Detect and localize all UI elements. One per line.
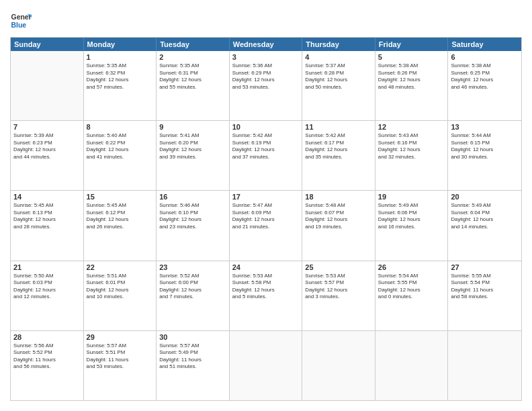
day-number: 2 xyxy=(159,53,226,61)
day-info: Sunrise: 5:35 AM Sunset: 6:32 PM Dayligh… xyxy=(87,62,154,91)
day-number: 30 xyxy=(159,333,226,341)
day-number: 16 xyxy=(159,193,226,201)
day-info: Sunrise: 5:51 AM Sunset: 6:01 PM Dayligh… xyxy=(87,273,154,301)
calendar-week-1: 1Sunrise: 5:35 AM Sunset: 6:32 PM Daylig… xyxy=(11,51,521,121)
day-info: Sunrise: 5:52 AM Sunset: 6:00 PM Dayligh… xyxy=(159,273,226,301)
calendar-cell: 20Sunrise: 5:49 AM Sunset: 6:04 PM Dayli… xyxy=(448,191,521,260)
logo-icon: General Blue xyxy=(10,10,32,32)
day-info: Sunrise: 5:55 AM Sunset: 5:54 PM Dayligh… xyxy=(451,273,519,301)
day-info: Sunrise: 5:45 AM Sunset: 6:13 PM Dayligh… xyxy=(13,202,81,230)
day-info: Sunrise: 5:54 AM Sunset: 5:55 PM Dayligh… xyxy=(378,273,445,301)
calendar-cell: 17Sunrise: 5:47 AM Sunset: 6:09 PM Dayli… xyxy=(230,191,303,260)
day-number: 21 xyxy=(13,263,81,271)
calendar-cell xyxy=(11,51,84,120)
calendar: SundayMondayTuesdayWednesdayThursdayFrid… xyxy=(10,37,522,401)
calendar-week-5: 28Sunrise: 5:56 AM Sunset: 5:52 PM Dayli… xyxy=(11,331,521,400)
day-number: 24 xyxy=(232,263,300,271)
calendar-cell: 30Sunrise: 5:57 AM Sunset: 5:49 PM Dayli… xyxy=(157,331,230,400)
calendar-week-3: 14Sunrise: 5:45 AM Sunset: 6:13 PM Dayli… xyxy=(11,191,521,261)
day-info: Sunrise: 5:39 AM Sunset: 6:23 PM Dayligh… xyxy=(13,132,81,161)
day-info: Sunrise: 5:46 AM Sunset: 6:10 PM Dayligh… xyxy=(159,202,226,230)
day-number: 6 xyxy=(451,53,519,61)
calendar-cell: 26Sunrise: 5:54 AM Sunset: 5:55 PM Dayli… xyxy=(375,261,449,330)
calendar-cell: 9Sunrise: 5:41 AM Sunset: 6:20 PM Daylig… xyxy=(157,121,230,190)
day-info: Sunrise: 5:42 AM Sunset: 6:17 PM Dayligh… xyxy=(305,132,372,161)
calendar-cell: 16Sunrise: 5:46 AM Sunset: 6:10 PM Dayli… xyxy=(157,191,230,260)
day-info: Sunrise: 5:57 AM Sunset: 5:51 PM Dayligh… xyxy=(87,342,154,371)
day-number: 9 xyxy=(159,123,226,131)
calendar-body: 1Sunrise: 5:35 AM Sunset: 6:32 PM Daylig… xyxy=(11,51,521,400)
day-number: 19 xyxy=(378,193,445,201)
day-number: 10 xyxy=(232,123,300,131)
day-header-thursday: Thursday xyxy=(302,38,375,51)
calendar-cell xyxy=(302,331,375,400)
day-info: Sunrise: 5:53 AM Sunset: 5:58 PM Dayligh… xyxy=(232,273,300,301)
day-header-sunday: Sunday xyxy=(11,38,84,51)
calendar-cell: 1Sunrise: 5:35 AM Sunset: 6:32 PM Daylig… xyxy=(84,51,157,120)
calendar-cell: 29Sunrise: 5:57 AM Sunset: 5:51 PM Dayli… xyxy=(84,331,157,400)
day-header-friday: Friday xyxy=(375,38,449,51)
day-info: Sunrise: 5:45 AM Sunset: 6:12 PM Dayligh… xyxy=(87,202,154,230)
calendar-cell: 5Sunrise: 5:38 AM Sunset: 6:26 PM Daylig… xyxy=(375,51,449,120)
day-info: Sunrise: 5:42 AM Sunset: 6:19 PM Dayligh… xyxy=(232,132,300,161)
day-number: 29 xyxy=(87,333,154,341)
day-info: Sunrise: 5:38 AM Sunset: 6:26 PM Dayligh… xyxy=(378,62,445,91)
day-number: 1 xyxy=(87,53,154,61)
day-info: Sunrise: 5:37 AM Sunset: 6:28 PM Dayligh… xyxy=(305,62,372,91)
day-header-wednesday: Wednesday xyxy=(230,38,303,51)
day-info: Sunrise: 5:43 AM Sunset: 6:16 PM Dayligh… xyxy=(378,132,445,161)
page-header: General Blue xyxy=(10,10,522,32)
calendar-cell xyxy=(448,331,521,400)
calendar-cell: 24Sunrise: 5:53 AM Sunset: 5:58 PM Dayli… xyxy=(230,261,303,330)
day-number: 7 xyxy=(13,123,81,131)
day-info: Sunrise: 5:36 AM Sunset: 6:29 PM Dayligh… xyxy=(232,62,300,91)
day-header-tuesday: Tuesday xyxy=(157,38,230,51)
day-number: 20 xyxy=(451,193,519,201)
svg-text:Blue: Blue xyxy=(11,21,27,29)
calendar-cell: 23Sunrise: 5:52 AM Sunset: 6:00 PM Dayli… xyxy=(157,261,230,330)
day-number: 22 xyxy=(87,263,154,271)
calendar-cell: 11Sunrise: 5:42 AM Sunset: 6:17 PM Dayli… xyxy=(302,121,375,190)
day-number: 8 xyxy=(87,123,154,131)
day-number: 25 xyxy=(305,263,372,271)
calendar-cell: 6Sunrise: 5:38 AM Sunset: 6:25 PM Daylig… xyxy=(448,51,521,120)
day-info: Sunrise: 5:56 AM Sunset: 5:52 PM Dayligh… xyxy=(13,342,81,371)
calendar-cell: 12Sunrise: 5:43 AM Sunset: 6:16 PM Dayli… xyxy=(375,121,449,190)
day-header-saturday: Saturday xyxy=(448,38,521,51)
day-number: 18 xyxy=(305,193,372,201)
day-number: 5 xyxy=(378,53,445,61)
calendar-cell: 7Sunrise: 5:39 AM Sunset: 6:23 PM Daylig… xyxy=(11,121,84,190)
day-number: 26 xyxy=(378,263,445,271)
calendar-cell: 3Sunrise: 5:36 AM Sunset: 6:29 PM Daylig… xyxy=(230,51,303,120)
calendar-cell: 15Sunrise: 5:45 AM Sunset: 6:12 PM Dayli… xyxy=(84,191,157,260)
day-info: Sunrise: 5:47 AM Sunset: 6:09 PM Dayligh… xyxy=(232,202,300,230)
calendar-cell xyxy=(230,331,303,400)
calendar-cell: 2Sunrise: 5:35 AM Sunset: 6:31 PM Daylig… xyxy=(157,51,230,120)
calendar-header: SundayMondayTuesdayWednesdayThursdayFrid… xyxy=(11,38,521,51)
calendar-cell: 25Sunrise: 5:53 AM Sunset: 5:57 PM Dayli… xyxy=(302,261,375,330)
day-number: 27 xyxy=(451,263,519,271)
calendar-cell: 4Sunrise: 5:37 AM Sunset: 6:28 PM Daylig… xyxy=(302,51,375,120)
calendar-cell: 22Sunrise: 5:51 AM Sunset: 6:01 PM Dayli… xyxy=(84,261,157,330)
calendar-cell: 18Sunrise: 5:48 AM Sunset: 6:07 PM Dayli… xyxy=(302,191,375,260)
day-info: Sunrise: 5:41 AM Sunset: 6:20 PM Dayligh… xyxy=(159,132,226,161)
day-number: 4 xyxy=(305,53,372,61)
day-info: Sunrise: 5:44 AM Sunset: 6:15 PM Dayligh… xyxy=(451,132,519,161)
day-number: 17 xyxy=(232,193,300,201)
calendar-cell: 21Sunrise: 5:50 AM Sunset: 6:03 PM Dayli… xyxy=(11,261,84,330)
day-number: 15 xyxy=(87,193,154,201)
calendar-cell: 28Sunrise: 5:56 AM Sunset: 5:52 PM Dayli… xyxy=(11,331,84,400)
calendar-cell: 8Sunrise: 5:40 AM Sunset: 6:22 PM Daylig… xyxy=(84,121,157,190)
day-info: Sunrise: 5:49 AM Sunset: 6:06 PM Dayligh… xyxy=(378,202,445,230)
day-number: 28 xyxy=(13,333,81,341)
day-number: 13 xyxy=(451,123,519,131)
day-info: Sunrise: 5:40 AM Sunset: 6:22 PM Dayligh… xyxy=(87,132,154,161)
day-info: Sunrise: 5:48 AM Sunset: 6:07 PM Dayligh… xyxy=(305,202,372,230)
day-info: Sunrise: 5:35 AM Sunset: 6:31 PM Dayligh… xyxy=(159,62,226,91)
calendar-cell xyxy=(375,331,449,400)
calendar-cell: 13Sunrise: 5:44 AM Sunset: 6:15 PM Dayli… xyxy=(448,121,521,190)
day-info: Sunrise: 5:38 AM Sunset: 6:25 PM Dayligh… xyxy=(451,62,519,91)
calendar-cell: 14Sunrise: 5:45 AM Sunset: 6:13 PM Dayli… xyxy=(11,191,84,260)
day-info: Sunrise: 5:57 AM Sunset: 5:49 PM Dayligh… xyxy=(159,342,226,371)
calendar-week-2: 7Sunrise: 5:39 AM Sunset: 6:23 PM Daylig… xyxy=(11,121,521,191)
